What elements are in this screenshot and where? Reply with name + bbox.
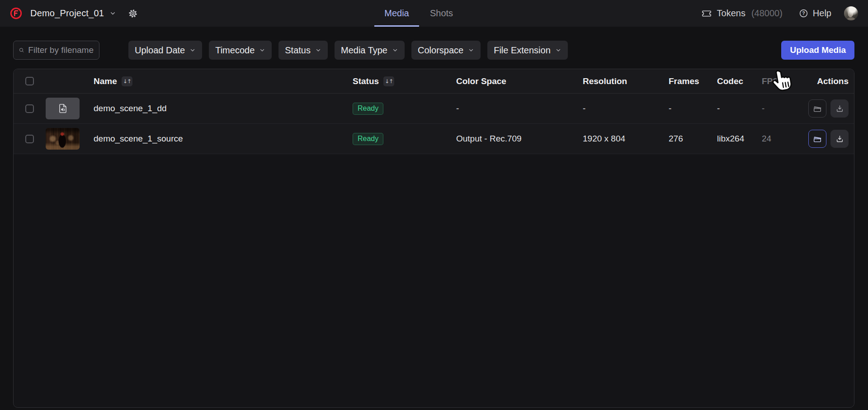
column-header-frames[interactable]: Frames bbox=[669, 76, 717, 86]
shots-clapperboard-button[interactable] bbox=[808, 99, 826, 118]
project-settings-gear-icon[interactable] bbox=[128, 9, 138, 19]
filter-label: Media Type bbox=[341, 45, 387, 56]
status-cell: Ready bbox=[353, 103, 456, 115]
filter-label: Colorspace bbox=[418, 45, 463, 56]
top-bar: Demo_Project_01 Media Shots Tokens (4800… bbox=[0, 0, 868, 27]
codec-cell: libx264 bbox=[717, 134, 762, 144]
row-checkbox[interactable] bbox=[25, 104, 34, 113]
main-tabs: Media Shots bbox=[374, 0, 464, 27]
audio-file-icon bbox=[57, 103, 69, 114]
upload-media-button[interactable]: Upload Media bbox=[781, 41, 854, 60]
column-header-actions: Actions bbox=[808, 76, 854, 86]
table-row[interactable]: demo_scene_1_dd Ready - - - - - bbox=[14, 94, 854, 124]
filter-colorspace[interactable]: Colorspace bbox=[411, 41, 481, 60]
filter-label: Upload Date bbox=[135, 45, 185, 56]
download-button[interactable] bbox=[830, 99, 849, 118]
download-icon bbox=[835, 104, 844, 113]
filter-upload-date[interactable]: Upload Date bbox=[128, 41, 202, 60]
tab-media[interactable]: Media bbox=[374, 0, 419, 27]
sort-icon[interactable]: ↓↑ bbox=[122, 76, 132, 86]
mouse-cursor-hand bbox=[769, 68, 795, 96]
download-button[interactable] bbox=[830, 130, 849, 148]
chevron-down-icon bbox=[315, 47, 321, 53]
filter-status[interactable]: Status bbox=[278, 41, 328, 60]
filter-label: Status bbox=[285, 45, 311, 56]
resolution-cell: 1920 x 804 bbox=[583, 134, 669, 144]
help-label: Help bbox=[813, 8, 831, 19]
search-placeholder: Filter by filename bbox=[28, 45, 94, 55]
status-badge: Ready bbox=[353, 133, 383, 145]
filter-media-type[interactable]: Media Type bbox=[335, 41, 405, 60]
filter-label: File Extension bbox=[494, 45, 551, 56]
filter-label: Timecode bbox=[215, 45, 255, 56]
chevron-down-icon bbox=[468, 47, 474, 53]
ticket-icon bbox=[701, 8, 712, 19]
fps-cell: - bbox=[762, 104, 808, 113]
row-checkbox[interactable] bbox=[25, 135, 34, 143]
colorspace-cell: - bbox=[456, 104, 583, 113]
filter-bar: Filter by filename Upload DateTimecodeSt… bbox=[13, 41, 854, 60]
media-name[interactable]: demo_scene_1_source bbox=[94, 134, 353, 144]
select-all-checkbox[interactable] bbox=[25, 77, 34, 85]
column-header-resolution[interactable]: Resolution bbox=[583, 76, 669, 86]
table-body: demo_scene_1_dd Ready - - - - - bbox=[14, 94, 854, 154]
chevron-down-icon bbox=[555, 47, 561, 53]
media-table: Name ↓↑ Status ↓↑ Color Space Resolution… bbox=[13, 69, 854, 408]
media-name[interactable]: demo_scene_1_dd bbox=[94, 104, 353, 113]
row-actions bbox=[808, 99, 854, 118]
help-circle-icon: ? bbox=[799, 9, 808, 18]
filter-dropdowns: Upload DateTimecodeStatusMedia TypeColor… bbox=[128, 41, 568, 60]
row-actions bbox=[808, 130, 854, 148]
sort-icon[interactable]: ↓↑ bbox=[383, 76, 394, 86]
filter-timecode[interactable]: Timecode bbox=[209, 41, 272, 60]
column-header-status[interactable]: Status ↓↑ bbox=[353, 76, 456, 86]
column-header-colorspace[interactable]: Color Space bbox=[456, 76, 583, 86]
resolution-cell: - bbox=[583, 104, 669, 113]
top-right-cluster: Tokens (48000) ? Help bbox=[701, 6, 858, 20]
media-thumbnail[interactable] bbox=[46, 98, 80, 119]
fps-cell: 24 bbox=[762, 134, 808, 144]
table-header: Name ↓↑ Status ↓↑ Color Space Resolution… bbox=[14, 69, 854, 94]
user-avatar[interactable] bbox=[844, 6, 858, 20]
project-chevron-down-icon[interactable] bbox=[109, 10, 116, 17]
project-name[interactable]: Demo_Project_01 bbox=[30, 8, 104, 19]
help-button[interactable]: ? Help bbox=[799, 8, 831, 19]
status-badge: Ready bbox=[353, 103, 383, 115]
clapperboard-icon bbox=[812, 134, 822, 144]
status-cell: Ready bbox=[353, 133, 456, 145]
codec-cell: - bbox=[717, 104, 762, 113]
tokens-label: Tokens bbox=[717, 8, 745, 19]
svg-text:?: ? bbox=[802, 10, 805, 16]
video-thumbnail[interactable] bbox=[46, 128, 80, 150]
tab-shots[interactable]: Shots bbox=[419, 0, 464, 27]
column-header-name[interactable]: Name ↓↑ bbox=[94, 76, 353, 86]
filter-file-extension[interactable]: File Extension bbox=[487, 41, 568, 60]
search-icon bbox=[19, 46, 24, 55]
chevron-down-icon bbox=[259, 47, 265, 53]
chevron-down-icon bbox=[189, 47, 196, 53]
frames-cell: - bbox=[669, 104, 717, 113]
tokens-count: (48000) bbox=[751, 8, 783, 19]
download-icon bbox=[835, 134, 844, 144]
app-logo-icon[interactable] bbox=[10, 7, 22, 19]
shots-clapperboard-button[interactable] bbox=[808, 130, 826, 148]
chevron-down-icon bbox=[392, 47, 398, 53]
tokens-indicator[interactable]: Tokens (48000) bbox=[701, 8, 783, 19]
column-header-codec[interactable]: Codec bbox=[717, 76, 762, 86]
table-row[interactable]: demo_scene_1_source Ready Output - Rec.7… bbox=[14, 124, 854, 154]
search-input[interactable]: Filter by filename bbox=[13, 41, 99, 60]
frames-cell: 276 bbox=[669, 134, 717, 144]
clapperboard-icon bbox=[812, 104, 822, 113]
colorspace-cell: Output - Rec.709 bbox=[456, 134, 583, 144]
